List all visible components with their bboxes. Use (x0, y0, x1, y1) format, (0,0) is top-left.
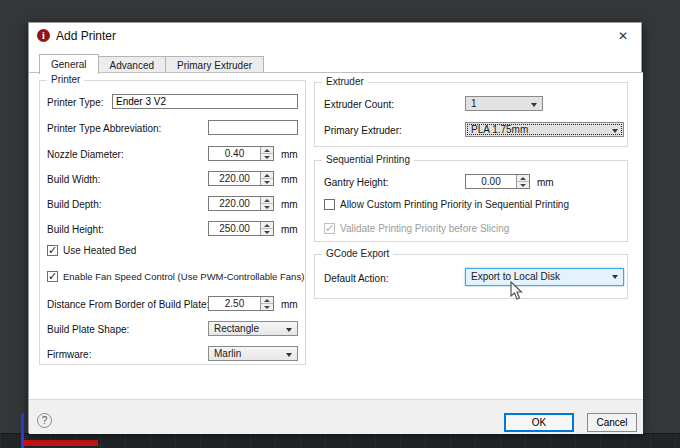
build-height-value: 250.00 (209, 222, 260, 235)
allow-custom-priority-label: Allow Custom Printing Priority in Sequen… (340, 199, 569, 210)
checkbox-icon[interactable] (47, 245, 58, 256)
background-timeline (0, 433, 680, 448)
fan-speed-control-label: Enable Fan Speed Control (Use PWM-Contro… (63, 271, 304, 282)
dialog-footer: ? OK Cancel (29, 399, 643, 434)
chevron-down-icon (286, 353, 292, 357)
spinner-buttons[interactable] (260, 147, 273, 160)
chevron-down-icon (612, 129, 618, 133)
build-width-stepper[interactable]: 220.00 (208, 171, 274, 186)
spinner-buttons[interactable] (516, 175, 529, 188)
spinner-buttons[interactable] (260, 197, 273, 210)
build-height-label: Build Height: (47, 224, 104, 235)
build-depth-value: 220.00 (209, 197, 260, 210)
sequential-printing-group-title: Sequential Printing (322, 154, 414, 165)
primary-extruder-label: Primary Extruder: (324, 125, 402, 136)
use-heated-bed-checkbox[interactable]: Use Heated Bed (47, 245, 136, 256)
extruder-group-title: Extruder (322, 76, 368, 87)
spinner-buttons[interactable] (260, 172, 273, 185)
nozzle-diameter-value: 0.40 (209, 147, 260, 160)
timeline-red-bar (24, 440, 98, 446)
fan-speed-control-checkbox[interactable]: Enable Fan Speed Control (Use PWM-Contro… (47, 271, 304, 282)
printer-group: Printer Printer Type: Printer Type Abbre… (39, 80, 306, 365)
default-action-dropdown[interactable]: Export to Local Disk (465, 268, 624, 286)
sequential-printing-group: Sequential Printing Gantry Height: 0.00 … (314, 160, 628, 242)
gantry-height-stepper[interactable]: 0.00 (465, 174, 530, 189)
printer-group-title: Printer (47, 74, 84, 85)
cancel-button[interactable]: Cancel (587, 413, 637, 432)
spin-down-icon[interactable] (261, 153, 273, 160)
spin-down-icon[interactable] (517, 181, 529, 188)
validate-priority-label: Validate Printing Priority before Slicin… (340, 223, 509, 234)
spinner-buttons[interactable] (260, 222, 273, 235)
extruder-count-dropdown[interactable]: 1 (465, 96, 543, 111)
build-width-label: Build Width: (47, 174, 100, 185)
firmware-value: Marlin (214, 348, 241, 359)
build-width-unit: mm (281, 174, 298, 185)
nozzle-diameter-stepper[interactable]: 0.40 (208, 146, 274, 161)
gantry-height-label: Gantry Height: (324, 177, 388, 188)
extruder-count-value: 1 (471, 98, 477, 109)
border-distance-value: 2.50 (209, 297, 260, 310)
printer-type-label: Printer Type: (47, 97, 104, 108)
spin-down-icon[interactable] (261, 178, 273, 185)
build-depth-stepper[interactable]: 220.00 (208, 196, 274, 211)
gcode-export-group: GCode Export Default Action: Export to L… (314, 254, 628, 299)
allow-custom-priority-checkbox[interactable]: Allow Custom Printing Priority in Sequen… (324, 199, 569, 210)
extruder-group: Extruder Extruder Count: 1 Primary Extru… (314, 82, 628, 147)
build-width-value: 220.00 (209, 172, 260, 185)
dialog-titlebar[interactable]: i Add Printer ✕ (29, 23, 641, 49)
chevron-down-icon (612, 275, 618, 279)
nozzle-diameter-label: Nozzle Diameter: (47, 149, 124, 160)
close-icon[interactable]: ✕ (615, 28, 631, 44)
nozzle-unit: mm (281, 149, 298, 160)
checkbox-icon[interactable] (47, 271, 58, 282)
extruder-count-label: Extruder Count: (324, 99, 394, 110)
border-distance-label: Distance From Border of Build Plate: (47, 299, 209, 310)
build-plate-shape-label: Build Plate Shape: (47, 324, 129, 335)
tab-general[interactable]: General (39, 54, 99, 74)
tab-primary-extruder[interactable]: Primary Extruder (166, 56, 264, 73)
help-icon[interactable]: ? (37, 413, 52, 428)
add-printer-dialog: i Add Printer ✕ General Advanced Primary… (28, 22, 642, 433)
spinner-buttons[interactable] (260, 297, 273, 310)
build-height-stepper[interactable]: 250.00 (208, 221, 274, 236)
use-heated-bed-label: Use Heated Bed (63, 245, 136, 256)
firmware-label: Firmware: (47, 349, 91, 360)
chevron-down-icon (531, 103, 537, 107)
abbreviation-input[interactable] (208, 120, 298, 135)
checkbox-icon[interactable] (324, 199, 335, 210)
border-distance-stepper[interactable]: 2.50 (208, 296, 274, 311)
tab-advanced[interactable]: Advanced (99, 56, 166, 73)
primary-extruder-dropdown[interactable]: PLA 1.75mm (465, 122, 624, 137)
mouse-cursor (510, 281, 524, 301)
spin-down-icon[interactable] (261, 203, 273, 210)
dialog-title: Add Printer (56, 29, 116, 43)
primary-extruder-value: PLA 1.75mm (471, 124, 528, 135)
spin-down-icon[interactable] (261, 228, 273, 235)
gantry-height-unit: mm (537, 177, 554, 188)
tab-bar: General Advanced Primary Extruder (39, 54, 264, 73)
chevron-down-icon (286, 328, 292, 332)
build-plate-shape-dropdown[interactable]: Rectangle (208, 321, 298, 336)
build-height-unit: mm (281, 224, 298, 235)
firmware-dropdown[interactable]: Marlin (208, 346, 298, 361)
build-plate-shape-value: Rectangle (214, 323, 259, 334)
ok-button[interactable]: OK (504, 413, 574, 432)
abbreviation-label: Printer Type Abbreviation: (47, 123, 161, 134)
spin-down-icon[interactable] (261, 303, 273, 310)
default-action-label: Default Action: (324, 273, 388, 284)
validate-priority-checkbox: Validate Printing Priority before Slicin… (324, 223, 509, 234)
tab-content-panel: Printer Printer Type: Printer Type Abbre… (29, 72, 643, 399)
border-distance-unit: mm (281, 299, 298, 310)
checkbox-icon (324, 223, 335, 234)
timeline-blue-marker (21, 413, 24, 448)
build-depth-unit: mm (281, 199, 298, 210)
printer-type-input[interactable] (112, 94, 298, 109)
gcode-export-group-title: GCode Export (322, 248, 393, 259)
build-depth-label: Build Depth: (47, 199, 101, 210)
gantry-height-value: 0.00 (466, 175, 516, 188)
app-info-icon: i (37, 29, 50, 42)
